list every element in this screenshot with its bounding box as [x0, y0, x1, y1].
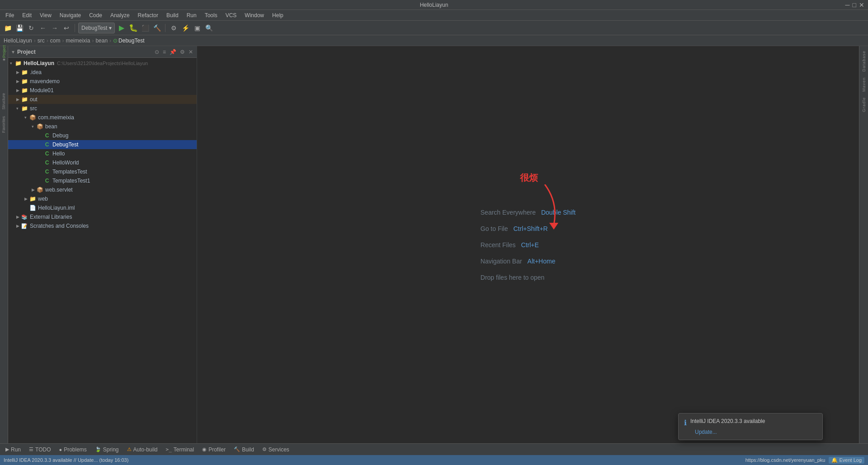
menu-item-refactor[interactable]: Refactor	[134, 11, 162, 19]
chevron-down-icon: ▾	[109, 25, 112, 31]
main-area: Project ★ ▾ Project ⊙ ≡ 📌 ⚙ ✕ ▾ 📁 HelloL…	[0, 46, 868, 443]
notification-popup: ℹ IntelliJ IDEA 2020.3.3 available Updat…	[678, 413, 823, 440]
undo-btn[interactable]: ↩	[61, 23, 71, 33]
tree-web[interactable]: ▶ 📁 web	[8, 194, 197, 203]
project-icon[interactable]: 📁	[3, 23, 13, 33]
tree-debug[interactable]: ▶ C Debug	[8, 131, 197, 140]
build-btn[interactable]: 🔨	[152, 23, 162, 33]
problems-icon: ●	[59, 447, 62, 452]
run-button[interactable]: ▶	[117, 23, 127, 33]
menu-item-edit[interactable]: Edit	[19, 11, 35, 19]
breadcrumb-item-1[interactable]: src	[38, 38, 45, 44]
expand-arrow: ▾	[10, 61, 14, 66]
minimize-button[interactable]: ─	[845, 1, 850, 9]
menu-item-vcs[interactable]: VCS	[222, 11, 241, 19]
collapse-all-icon[interactable]: ≡	[162, 48, 167, 56]
menu-item-view[interactable]: View	[36, 11, 55, 19]
terminal-btn[interactable]: >_ Terminal	[162, 445, 198, 455]
tree-idea[interactable]: ▶ 📁 .idea	[8, 68, 197, 77]
layout-btn[interactable]: ▣	[192, 23, 202, 33]
menu-item-code[interactable]: Code	[85, 11, 106, 19]
forward-btn[interactable]: →	[50, 23, 60, 33]
menu-item-window[interactable]: Window	[241, 11, 268, 19]
tree-iml[interactable]: ▶ 📄 HelloLiayun.iml	[8, 203, 197, 212]
hint-drop: Drop files here to open	[481, 274, 576, 281]
structure-sidebar[interactable]: Structure Favorites	[0, 90, 8, 136]
sidebar-item-maven[interactable]: Maven	[861, 75, 867, 94]
run-btn-bottom[interactable]: ▶ Run	[2, 445, 24, 455]
autobuild-btn[interactable]: ⚠ Auto-build	[123, 445, 161, 455]
config-dropdown[interactable]: DebugTest ▾	[78, 23, 115, 33]
terminal-icon: >_	[166, 446, 172, 452]
notif-link[interactable]: Update...	[695, 429, 817, 435]
sidebar-item-gradle[interactable]: Gradle	[861, 94, 867, 115]
hint-recent: Recent Files Ctrl+E	[481, 241, 576, 249]
maximize-button[interactable]: □	[853, 1, 856, 9]
tree-root[interactable]: ▾ 📁 HelloLiayun C:\Users\32120\IdeaProje…	[8, 59, 197, 68]
close-panel-icon[interactable]: ✕	[188, 48, 194, 56]
menu-item-tools[interactable]: Tools	[201, 11, 221, 19]
stop-btn[interactable]: ⬛	[140, 23, 150, 33]
sidebar-item-favorites[interactable]: ★	[0, 56, 8, 63]
build-btn-bottom[interactable]: 🔨 Build	[230, 445, 258, 455]
close-button[interactable]: ✕	[859, 1, 864, 9]
tree-bean[interactable]: ▾ 📦 bean	[8, 122, 197, 131]
problems-btn[interactable]: ● Problems	[55, 445, 90, 455]
menu-item-analyze[interactable]: Analyze	[107, 11, 133, 19]
tree-scratches[interactable]: ▶ 📝 Scratches and Consoles	[8, 221, 197, 230]
scroll-to-source-icon[interactable]: ⊙	[154, 48, 160, 56]
sidebar-item-database[interactable]: Database	[861, 48, 867, 75]
menu-item-help[interactable]: Help	[269, 11, 287, 19]
breadcrumb-item-4[interactable]: bean	[95, 38, 108, 44]
build-icon: 🔨	[234, 446, 240, 452]
tree-com-meimeixia[interactable]: ▾ 📦 com.meimeixia	[8, 113, 197, 122]
save-btn[interactable]: 💾	[14, 23, 24, 33]
hint-navbar: Navigation Bar Alt+Home	[481, 258, 576, 265]
status-right: https://blog.csdn.net/yerenyuan_pku 🔔 Ev…	[745, 457, 864, 464]
tree-external[interactable]: ▶ 📚 External Libraries	[8, 212, 197, 221]
favorites-label[interactable]: Favorites	[0, 113, 8, 136]
scratches-label: Scratches and Consoles	[30, 223, 89, 229]
structure-label[interactable]: Structure	[0, 90, 8, 113]
tree-templatestest1[interactable]: ▶ C TemplatesTest1	[8, 176, 197, 185]
breadcrumb-item-3[interactable]: meimeixia	[66, 38, 90, 44]
notif-message: IntelliJ IDEA 2020.3.3 available	[690, 418, 765, 424]
right-sidebar: Database Maven Gradle	[859, 46, 868, 443]
event-log-btn[interactable]: 🔔 Event Log	[829, 457, 864, 464]
spring-btn[interactable]: 🍃 Spring	[91, 445, 123, 455]
tree-templatestest[interactable]: ▶ C TemplatesTest	[8, 167, 197, 176]
sidebar-item-project[interactable]: Project	[0, 48, 8, 55]
tree-src[interactable]: ▾ 📁 src	[8, 104, 197, 113]
tree-out[interactable]: ▶ 📁 out	[8, 95, 197, 104]
run2-btn[interactable]: ⚡	[180, 23, 190, 33]
profiler-btn[interactable]: ◉ Profiler	[198, 445, 229, 455]
menu-item-file[interactable]: File	[2, 11, 18, 19]
debug-button[interactable]: 🐛	[128, 23, 138, 33]
search-btn[interactable]: 🔍	[204, 23, 214, 33]
breadcrumb-item-2[interactable]: com	[50, 38, 61, 44]
breadcrumb-item-5[interactable]: ⊙DebugTest	[113, 38, 144, 44]
breadcrumb-item-0[interactable]: HelloLiayun	[4, 38, 32, 44]
services-btn[interactable]: ⚙ Services	[259, 445, 293, 455]
menu-item-navigate[interactable]: Navigate	[56, 11, 85, 19]
menu-item-run[interactable]: Run	[183, 11, 200, 19]
settings-btn[interactable]: ⚙	[169, 23, 179, 33]
gear-icon[interactable]: ⚙	[179, 48, 186, 56]
profiler-icon: ◉	[202, 446, 207, 452]
tree-mavendemo[interactable]: ▶ 📁 mavendemo	[8, 77, 197, 86]
todo-btn[interactable]: ☰ TODO	[25, 445, 54, 455]
svg-marker-0	[549, 223, 558, 230]
tree-hello[interactable]: ▶ C Hello	[8, 149, 197, 158]
tree-debugtest[interactable]: ▶ C DebugTest	[8, 140, 197, 149]
sync-btn[interactable]: ↻	[26, 23, 36, 33]
tree-web-servlet[interactable]: ▶ 📦 web.servlet	[8, 185, 197, 194]
menu-item-build[interactable]: Build	[163, 11, 182, 19]
tree-module01[interactable]: ▶ 📁 Module01	[8, 86, 197, 95]
folder-icon: 📁	[14, 60, 22, 67]
tree-helloworld[interactable]: ▶ C HelloWorld	[8, 158, 197, 167]
pin-icon[interactable]: 📌	[169, 48, 177, 56]
annotation-text: 很烦	[520, 172, 538, 184]
status-text: IntelliJ IDEA 2020.3.3 available // Upda…	[4, 457, 128, 463]
back-btn[interactable]: ←	[38, 23, 48, 33]
notif-icon: ℹ	[684, 418, 687, 427]
